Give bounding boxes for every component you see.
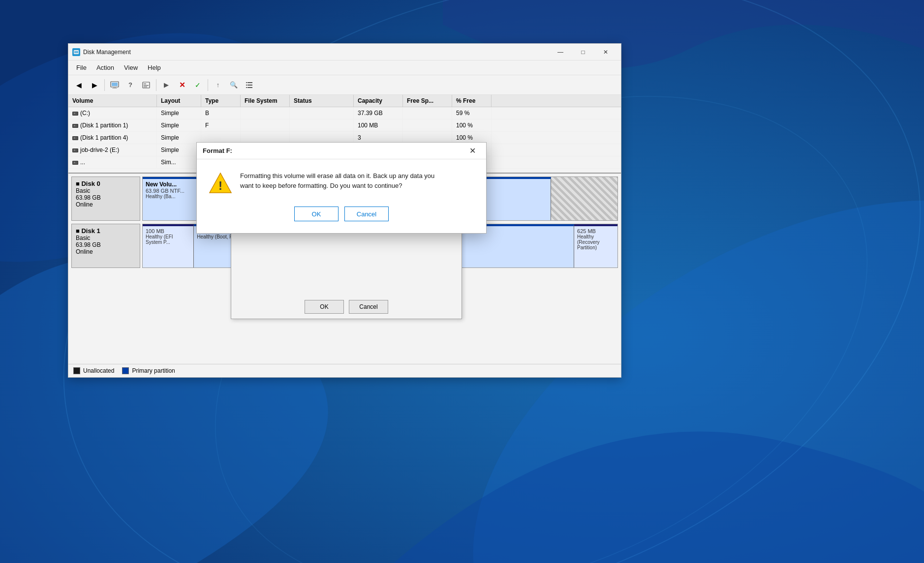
- cell-freesp: [403, 107, 452, 119]
- toolbar-separator-2: [156, 79, 156, 91]
- svg-rect-19: [246, 82, 247, 83]
- toolbar-separator-1: [104, 79, 105, 91]
- cell-volume: (Disk 1 partition 4): [68, 132, 157, 144]
- format-dialog-bg-footer: OK Cancel: [231, 295, 462, 319]
- cell-pctfree: 100 %: [452, 119, 492, 131]
- disk-1-type: Basic: [76, 235, 136, 241]
- list-view-button[interactable]: [242, 78, 257, 92]
- list-item[interactable]: (C:) Simple B 37.39 GB 59 %: [68, 107, 621, 119]
- alert-title: Format F:: [203, 147, 464, 154]
- alert-close-button[interactable]: ✕: [464, 143, 480, 159]
- run-button[interactable]: ▶: [159, 78, 174, 92]
- cell-capacity: 100 MB: [354, 119, 403, 131]
- menu-file[interactable]: File: [71, 62, 92, 73]
- list-item[interactable]: (Disk 1 partition 1) Simple F 100 MB 100…: [68, 119, 621, 132]
- disk-0-title: ■ Disk 0: [76, 180, 136, 187]
- svg-rect-21: [246, 87, 247, 88]
- disk-icon: [72, 112, 78, 116]
- search-button[interactable]: 🔍: [226, 78, 241, 92]
- close-button[interactable]: ✕: [594, 44, 617, 60]
- up-button[interactable]: ↑: [211, 78, 225, 92]
- toolbar-separator-3: [208, 79, 208, 91]
- disk-0-size: 63.98 GB: [76, 194, 136, 201]
- alert-body: ! Formatting this volume will erase all …: [197, 159, 486, 203]
- header-pctfree[interactable]: % Free: [452, 95, 492, 107]
- svg-rect-10: [113, 87, 116, 88]
- title-bar: Disk Management — □ ✕: [68, 44, 621, 60]
- disk-0-status: Online: [76, 201, 136, 208]
- window-controls: — □ ✕: [549, 44, 617, 60]
- check-button[interactable]: ✓: [190, 78, 205, 92]
- legend-unallocated-label: Unallocated: [83, 367, 114, 374]
- cell-fs: [241, 119, 290, 131]
- header-layout[interactable]: Layout: [157, 95, 201, 107]
- alert-message-line1: Formatting this volume will erase all da…: [240, 172, 434, 179]
- legend-unallocated-box: [73, 367, 80, 374]
- header-fs[interactable]: File System: [241, 95, 290, 107]
- properties-button[interactable]: [139, 78, 154, 92]
- svg-rect-18: [247, 87, 252, 88]
- menu-view[interactable]: View: [119, 62, 143, 73]
- legend-primary-box: [122, 367, 129, 374]
- list-header: Volume Layout Type File System Status Ca…: [68, 95, 621, 107]
- disk-1-partition-efi[interactable]: 100 MB Healthy (EFI System P...: [143, 224, 194, 267]
- partition-status: Healthy (Recovery Partition): [577, 234, 615, 250]
- svg-rect-9: [112, 83, 118, 86]
- cell-volume: job-drive-2 (E:): [68, 144, 157, 156]
- menu-help[interactable]: Help: [143, 62, 166, 73]
- stop-button[interactable]: ✕: [175, 78, 189, 92]
- cell-pctfree: 59 %: [452, 107, 492, 119]
- svg-rect-20: [246, 85, 247, 86]
- disk-1-status: Online: [76, 248, 136, 255]
- disk-icon: [72, 124, 78, 128]
- svg-rect-14: [144, 85, 149, 86]
- header-status[interactable]: Status: [290, 95, 354, 107]
- format-bg-ok-button[interactable]: OK: [305, 300, 344, 314]
- format-bg-cancel-button[interactable]: Cancel: [349, 300, 388, 314]
- disk-1-title: ■ Disk 1: [76, 227, 136, 235]
- header-volume[interactable]: Volume: [68, 95, 157, 107]
- back-button[interactable]: ◀: [71, 78, 86, 92]
- legend-primary: Primary partition: [122, 367, 175, 374]
- cell-freesp: [403, 119, 452, 131]
- svg-rect-16: [247, 82, 252, 83]
- disk-1-label: ■ Disk 1 Basic 63.98 GB Online: [71, 224, 140, 268]
- cell-layout: Simple: [157, 132, 201, 144]
- warning-icon: !: [209, 171, 232, 195]
- svg-rect-15: [144, 87, 147, 87]
- cell-layout: Simple: [157, 144, 201, 156]
- svg-rect-6: [74, 51, 78, 52]
- alert-message: Formatting this volume will erase all da…: [240, 171, 434, 190]
- alert-footer: OK Cancel: [197, 203, 486, 233]
- maximize-button[interactable]: □: [572, 44, 594, 60]
- help-button[interactable]: ?: [123, 78, 138, 92]
- cell-layout: Sim...: [157, 156, 201, 168]
- header-capacity[interactable]: Capacity: [354, 95, 403, 107]
- svg-rect-5: [74, 50, 79, 54]
- cell-fs: [241, 107, 290, 119]
- alert-cancel-button[interactable]: Cancel: [344, 207, 389, 221]
- disk-1-partition-recovery[interactable]: 625 MB Healthy (Recovery Partition): [574, 224, 617, 267]
- partition-size: 625 MB: [577, 228, 615, 234]
- header-type[interactable]: Type: [201, 95, 241, 107]
- disk-1-size: 63.98 GB: [76, 241, 136, 248]
- minimize-button[interactable]: —: [549, 44, 572, 60]
- forward-button[interactable]: ▶: [87, 78, 102, 92]
- header-freesp[interactable]: Free Sp...: [403, 95, 452, 107]
- partition-status: Healthy (EFI System P...: [146, 234, 190, 245]
- legend-primary-label: Primary partition: [132, 367, 175, 374]
- disk-icon: [72, 148, 78, 152]
- disk-0-unallocated[interactable]: [551, 177, 617, 220]
- computer-view-button[interactable]: [107, 78, 122, 92]
- cell-status: [290, 119, 354, 131]
- disk-0-label: ■ Disk 0 Basic 63.98 GB Online: [71, 177, 140, 221]
- menu-action[interactable]: Action: [92, 62, 119, 73]
- alert-ok-button[interactable]: OK: [294, 207, 339, 221]
- svg-rect-17: [247, 85, 252, 86]
- svg-rect-11: [112, 88, 117, 89]
- format-confirm-dialog: Format F: ✕ ! Formatting this volume wil…: [196, 142, 487, 234]
- menu-bar: File Action View Help: [68, 60, 621, 75]
- legend-unallocated: Unallocated: [73, 367, 114, 374]
- alert-message-line2: want to keep before formatting. Do you w…: [240, 182, 402, 189]
- partition-size: 100 MB: [146, 228, 190, 234]
